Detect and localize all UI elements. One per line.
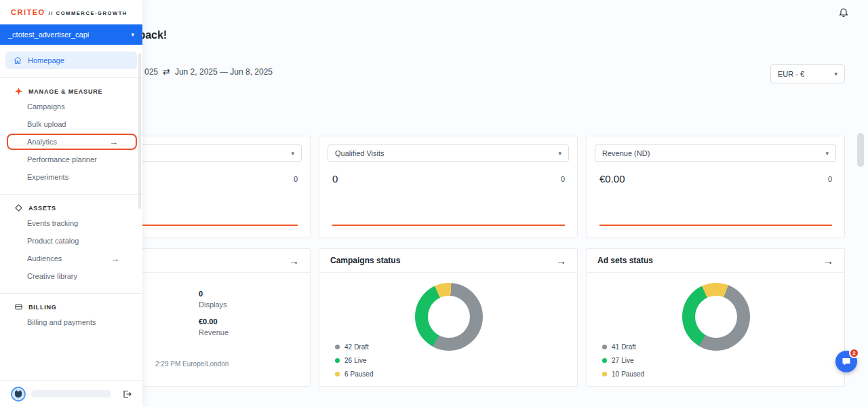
notifications-bell-icon[interactable] bbox=[838, 7, 849, 18]
metric-underline bbox=[599, 225, 832, 226]
chevron-down-icon: ▾ bbox=[558, 150, 561, 157]
sidebar-item-product-catalog[interactable]: Product catalog bbox=[0, 232, 142, 250]
open-campaigns-arrow-icon[interactable]: → bbox=[556, 255, 566, 267]
metric-selector-3[interactable]: Revenue (ND) ▾ bbox=[595, 144, 836, 162]
section-title: MANAGE & MEASURE bbox=[28, 88, 102, 95]
sidebar-item-label: Homepage bbox=[28, 56, 64, 64]
compare-swap-icon: ⇄ bbox=[163, 66, 170, 77]
open-details-arrow-icon[interactable]: → bbox=[289, 255, 299, 267]
metric-card-qualified-visits: Qualified Visits ▾ 0 0 bbox=[319, 136, 578, 237]
date-range-row[interactable]: 025 ⇄ Jun 2, 2025 — Jun 8, 2025 bbox=[144, 66, 273, 77]
product-name-label: // COMMERCE-GROWTH bbox=[49, 10, 127, 16]
divider bbox=[0, 194, 142, 195]
legend-value: 6 bbox=[344, 370, 349, 378]
section-billing: BILLING bbox=[0, 303, 142, 311]
metric-selector-2[interactable]: Qualified Visits ▾ bbox=[328, 144, 569, 162]
card-header: Campaigns status → bbox=[319, 249, 577, 273]
advertiser-selector[interactable]: _ctotest_advertiser_capi ▾ bbox=[0, 24, 142, 45]
card-title: Ad sets status bbox=[597, 256, 653, 265]
metric-secondary-value: 0 bbox=[828, 175, 832, 183]
live-stats: 0 Displays €0.00 Revenue bbox=[199, 290, 229, 345]
divider bbox=[0, 77, 142, 78]
section-title: ASSETS bbox=[28, 205, 56, 212]
comparison-period-fragment: 025 bbox=[144, 67, 158, 77]
criteo-logo: CRITEO bbox=[11, 8, 45, 16]
legend-item-draft: 42 Draft bbox=[335, 343, 373, 351]
sidebar-item-billing-and-payments[interactable]: Billing and payments bbox=[0, 313, 142, 331]
sidebar-item-experiments[interactable]: Experiments bbox=[0, 168, 142, 186]
card-title: Campaigns status bbox=[330, 256, 400, 265]
metric-selector-label: Qualified Visits bbox=[335, 149, 384, 157]
collapse-sidebar-button[interactable] bbox=[122, 389, 132, 399]
sidebar-scrollbar-thumb[interactable] bbox=[138, 53, 141, 209]
chevron-down-icon: ▾ bbox=[131, 31, 134, 38]
sidebar-item-label: Product catalog bbox=[27, 237, 79, 245]
stat-value: 0 bbox=[199, 290, 229, 298]
arrow-right-icon: → bbox=[109, 137, 118, 147]
assets-icon bbox=[15, 204, 22, 212]
app-window: Welcome back! 025 ⇄ Jun 2, 2025 — Jun 8,… bbox=[0, 0, 868, 407]
metric-underline bbox=[332, 225, 565, 226]
sidebar-item-label: Creative library bbox=[27, 272, 77, 280]
paused-color-dot bbox=[602, 372, 607, 376]
metric-selector-label: Revenue (ND) bbox=[602, 149, 650, 157]
chat-bubble-icon bbox=[841, 356, 852, 367]
chat-support-button[interactable]: 2 bbox=[835, 351, 857, 372]
metric-card-revenue: Revenue (ND) ▾ €0.00 0 bbox=[586, 136, 845, 237]
billing-icon bbox=[15, 303, 22, 311]
sidebar-item-label: Experiments bbox=[27, 173, 68, 181]
donut-hole bbox=[695, 296, 737, 338]
legend-label: Paused bbox=[351, 370, 374, 378]
divider bbox=[0, 293, 142, 294]
adsets-status-donut-chart bbox=[682, 283, 750, 351]
campaigns-legend: 42 Draft 26 Live 6 Paused bbox=[335, 337, 373, 378]
legend-item-paused: 6 Paused bbox=[335, 370, 373, 378]
sidebar-item-campaigns[interactable]: Campaigns bbox=[0, 98, 142, 115]
sidebar-item-audiences[interactable]: Audiences → bbox=[0, 250, 142, 267]
legend-item-paused: 10 Paused bbox=[602, 370, 644, 378]
last-sync-time: 2:29 PM Europe/London bbox=[155, 360, 229, 368]
sidebar: CRITEO // COMMERCE-GROWTH _ctotest_adver… bbox=[0, 0, 142, 407]
section-assets: ASSETS bbox=[0, 204, 142, 212]
home-icon bbox=[14, 56, 22, 64]
date-range-value: Jun 2, 2025 — Jun 8, 2025 bbox=[175, 67, 273, 77]
legend-value: 42 bbox=[344, 343, 352, 351]
sidebar-item-bulk-upload[interactable]: Bulk upload bbox=[0, 115, 142, 133]
user-avatar[interactable] bbox=[11, 387, 26, 402]
section-manage-measure: MANAGE & MEASURE bbox=[0, 88, 142, 95]
sidebar-footer bbox=[0, 380, 142, 407]
stat-value: €0.00 bbox=[199, 317, 229, 326]
stat-label: Revenue bbox=[199, 328, 229, 336]
brand-header: CRITEO // COMMERCE-GROWTH bbox=[0, 0, 142, 22]
legend-label: Draft bbox=[621, 343, 636, 351]
sidebar-item-label: Bulk upload bbox=[27, 120, 66, 128]
currency-value: EUR - € bbox=[778, 70, 804, 78]
status-row: → 0 Displays €0.00 Revenue 2:29 PM Europ… bbox=[52, 248, 845, 387]
sidebar-item-performance-planner[interactable]: Performance planner bbox=[0, 151, 142, 168]
adsets-legend: 41 Draft 27 Live 10 Paused bbox=[602, 337, 644, 378]
legend-value: 10 bbox=[612, 370, 619, 378]
sidebar-item-label: Billing and payments bbox=[27, 318, 96, 326]
sidebar-item-label: Campaigns bbox=[27, 102, 65, 111]
live-color-dot bbox=[335, 358, 340, 363]
legend-label: Paused bbox=[621, 370, 644, 378]
legend-value: 26 bbox=[344, 357, 352, 364]
paused-color-dot bbox=[335, 372, 340, 376]
draft-color-dot bbox=[602, 345, 607, 349]
stat-displays: 0 Displays bbox=[199, 290, 229, 309]
legend-item-draft: 41 Draft bbox=[602, 343, 644, 351]
user-name-redacted bbox=[31, 390, 111, 398]
legend-label: Live bbox=[354, 357, 366, 364]
sidebar-item-creative-library[interactable]: Creative library bbox=[0, 267, 142, 285]
sidebar-item-homepage[interactable]: Homepage bbox=[5, 52, 137, 69]
sidebar-item-events-tracking[interactable]: Events tracking bbox=[0, 214, 142, 232]
manage-measure-icon bbox=[15, 88, 22, 95]
page-scrollbar-thumb[interactable] bbox=[857, 133, 864, 167]
chevron-down-icon: ▾ bbox=[825, 150, 829, 157]
metric-secondary-value: 0 bbox=[294, 175, 298, 183]
sidebar-item-analytics[interactable]: Analytics → bbox=[7, 134, 137, 150]
currency-dropdown[interactable]: EUR - € ▾ bbox=[770, 64, 845, 83]
open-adsets-arrow-icon[interactable]: → bbox=[823, 255, 833, 267]
chevron-down-icon: ▾ bbox=[291, 150, 294, 157]
campaigns-status-donut-chart bbox=[415, 283, 483, 351]
